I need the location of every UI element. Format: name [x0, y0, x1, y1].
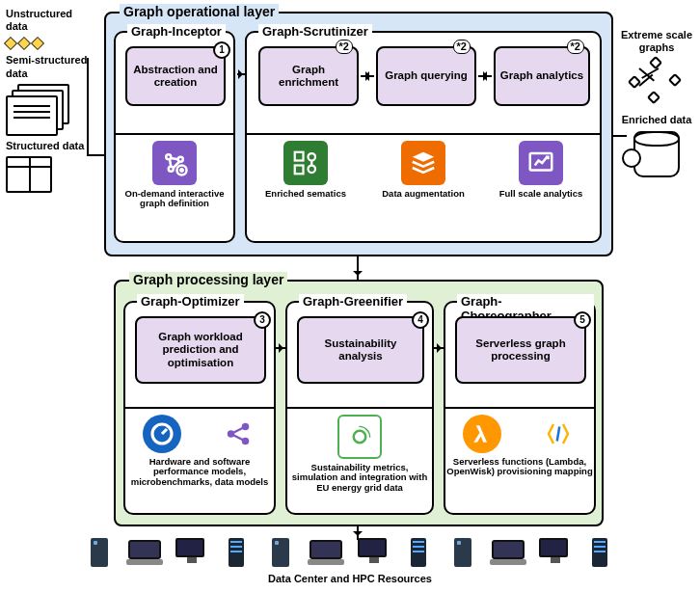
svg-point-2 — [169, 167, 174, 172]
caption-data-augmentation: Data augmentation — [364, 141, 482, 199]
label-enriched-data: Enriched data — [619, 114, 694, 126]
svg-point-6 — [309, 153, 316, 161]
laptop-icon — [492, 538, 526, 569]
module-title: Graph-Inceptor — [127, 24, 226, 39]
label-extreme-scale: Extreme scale graphs — [619, 29, 694, 54]
caption-inceptor: On-demand interactive graph definition — [116, 141, 233, 209]
graph-icon — [630, 58, 684, 104]
svg-point-1 — [178, 157, 183, 162]
caption-full-scale-analytics: Full scale analytics — [482, 141, 600, 199]
box-analytics: Graph analytics *2 — [494, 46, 590, 106]
arrow-enrich-query — [361, 75, 374, 77]
unstructured-icon — [6, 37, 91, 54]
server-icon — [582, 538, 617, 569]
semantics-icon — [283, 141, 328, 185]
tower-icon — [83, 538, 118, 569]
tower-icon — [446, 538, 481, 569]
graph-operational-layer: Graph operational layer Graph-Inceptor A… — [104, 12, 613, 256]
arrow-opt-green — [276, 347, 287, 349]
layer-title: Graph operational layer — [120, 4, 279, 19]
laptop-icon — [310, 538, 344, 569]
box-greenifier: Sustainability analysis 4 — [297, 316, 424, 384]
graph-processing-layer: Graph processing layer Graph-Optimizer G… — [114, 280, 604, 526]
caption-choreographer: Serverless functions (Lambda, OpenWisk) … — [445, 415, 594, 477]
badge-star2: *2 — [567, 40, 584, 54]
layers-icon — [401, 141, 445, 185]
spring-icon — [337, 415, 382, 459]
badge-3: 3 — [254, 311, 271, 329]
connector-right — [613, 135, 627, 137]
module-graph-choreographer: Graph-Choreographer Serverless graph pro… — [444, 301, 596, 515]
label-semistructured: Semi-structured data — [6, 54, 91, 79]
module-title: Graph-Optimizer — [137, 294, 244, 309]
module-graph-greenifier: Graph-Greenifier Sustainability analysis… — [285, 301, 434, 515]
module-graph-inceptor: Graph-Inceptor Abstraction and creation … — [114, 31, 235, 243]
documents-icon — [6, 84, 73, 134]
module-graph-scrutinizer: Graph-Scrutinizer Graph enrichment *2 Gr… — [245, 31, 602, 243]
label-unstructured: Unstructured data — [6, 8, 91, 33]
share-icon — [219, 415, 257, 453]
svg-rect-4 — [295, 152, 304, 161]
svg-point-0 — [166, 154, 171, 159]
box-label: Abstraction and creation — [131, 64, 220, 89]
box-querying: Graph querying *2 — [376, 46, 476, 106]
function-icon — [539, 415, 578, 453]
label-structured: Structured data — [6, 140, 91, 152]
caption-optimizer: Hardware and software performance models… — [125, 415, 274, 487]
svg-point-13 — [354, 431, 366, 444]
laptop-icon — [128, 538, 163, 569]
table-icon — [6, 156, 52, 193]
badge-star2: *2 — [453, 40, 471, 54]
lambda-icon — [463, 415, 501, 453]
box-choreographer: Serverless graph processing 5 — [455, 316, 586, 384]
server-icon — [219, 538, 254, 569]
module-graph-optimizer: Graph-Optimizer Graph workload predictio… — [123, 301, 276, 515]
graph-add-icon — [152, 141, 197, 185]
box-abstraction: Abstraction and creation 1 — [125, 46, 226, 106]
analytics-icon — [519, 141, 563, 185]
arrow-op-to-proc — [357, 256, 359, 280]
badge-5: 5 — [574, 311, 591, 329]
hardware-label: Data Center and HPC Resources — [0, 573, 700, 584]
box-optimizer: Graph workload prediction and optimisati… — [135, 316, 266, 384]
arrow-green-choreo — [434, 347, 445, 349]
server-icon — [401, 538, 436, 569]
monitor-icon — [174, 538, 208, 569]
module-title: Graph-Scrutinizer — [258, 24, 372, 39]
caption-enriched-semantics: Enriched sematics — [247, 141, 364, 199]
svg-rect-5 — [295, 166, 304, 175]
arrow-inceptor-scrutinizer — [237, 73, 247, 75]
gauge-icon — [143, 415, 181, 453]
box-enrichment: Graph enrichment *2 — [258, 46, 359, 106]
badge-1: 1 — [213, 41, 230, 59]
svg-point-7 — [309, 166, 316, 174]
badge-star2: *2 — [336, 40, 353, 54]
output-column: Extreme scale graphs Enriched data — [619, 29, 694, 177]
arrow-query-analytics — [478, 75, 492, 77]
input-data-column: Unstructured data Semi-structured data S… — [6, 8, 91, 193]
tower-icon — [264, 538, 299, 569]
layer-title: Graph processing layer — [129, 272, 287, 287]
caption-greenifier: Sustainability metrics, simulation and i… — [287, 415, 432, 493]
badge-4: 4 — [412, 311, 429, 329]
database-icon — [633, 131, 680, 177]
connector-left — [87, 154, 104, 156]
module-title: Graph-Greenifier — [299, 294, 407, 309]
monitor-icon — [356, 538, 390, 569]
monitor-icon — [537, 538, 572, 569]
hardware-resources-row — [77, 538, 623, 569]
